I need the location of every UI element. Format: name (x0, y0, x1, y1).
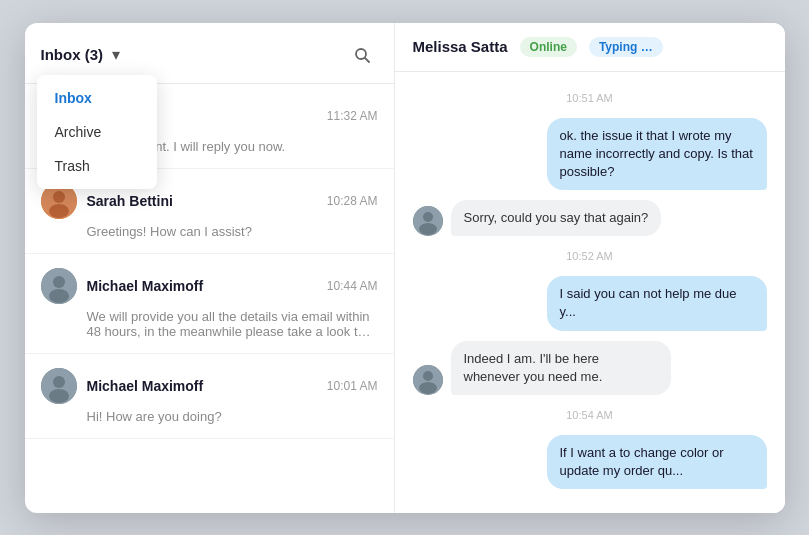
conv-time-sarah: 10:28 AM (327, 194, 378, 208)
conv-time-melissa: 11:32 AM (327, 109, 378, 123)
typing-badge: Typing … (589, 37, 663, 57)
inbox-selector[interactable]: Inbox (3) ▾ (41, 46, 124, 63)
svg-point-15 (423, 212, 433, 222)
contact-name: Melissa Satta (413, 38, 508, 55)
avatar-michael2 (41, 368, 77, 404)
avatar-face-michael2-icon (41, 368, 77, 404)
search-icon (354, 47, 370, 63)
svg-point-18 (423, 371, 433, 381)
inbox-title: Inbox (3) (41, 46, 104, 63)
left-panel: Inbox (3) ▾ Inbox Archive Trash (25, 23, 395, 513)
dropdown-item-inbox[interactable]: Inbox (37, 81, 157, 115)
avatar-michael1 (41, 268, 77, 304)
msg-bubble-agent1: Sorry, could you say that again? (451, 200, 662, 236)
app-window: Inbox (3) ▾ Inbox Archive Trash (25, 23, 785, 513)
conv-time-michael1: 10:44 AM (327, 279, 378, 293)
agent-avatar-face-icon (413, 206, 443, 236)
agent-avatar2-face-icon (413, 365, 443, 395)
conv-preview-michael1: We will provide you all the details via … (41, 309, 378, 339)
msg-bubble-agent2: Indeed I am. I'll be here whenever you n… (451, 341, 671, 395)
msg-time-1054: 10:54 AM (413, 409, 767, 421)
online-badge: Online (520, 37, 577, 57)
right-header: Melissa Satta Online Typing … (395, 23, 785, 72)
conv-name-michael2: Michael Maximoff (87, 378, 204, 394)
conv-time-michael2: 10:01 AM (327, 379, 378, 393)
conv-user-michael2: Michael Maximoff (41, 368, 204, 404)
agent-avatar-1 (413, 206, 443, 236)
conv-item-michael2[interactable]: Michael Maximoff 10:01 AM Hi! How are yo… (25, 354, 394, 439)
conv-preview-sarah: Greetings! How can I assist? (41, 224, 378, 239)
avatar-face-michael1-icon (41, 268, 77, 304)
svg-point-9 (53, 276, 65, 288)
svg-point-13 (49, 389, 69, 403)
svg-point-16 (419, 223, 437, 235)
msg-time-1051: 10:51 AM (413, 92, 767, 104)
conv-item-michael1[interactable]: Michael Maximoff 10:44 AM We will provid… (25, 254, 394, 354)
msg-time-1052: 10:52 AM (413, 250, 767, 262)
dropdown-item-archive[interactable]: Archive (37, 115, 157, 149)
svg-point-10 (49, 289, 69, 303)
conv-preview-michael2: Hi! How are you doing? (41, 409, 378, 424)
svg-point-7 (49, 204, 69, 218)
conv-name-michael1: Michael Maximoff (87, 278, 204, 294)
svg-point-6 (53, 191, 65, 203)
msg-bubble-user2: I said you can not help me due y... (547, 276, 767, 330)
conv-user-michael1: Michael Maximoff (41, 268, 204, 304)
svg-line-1 (365, 58, 369, 62)
left-header: Inbox (3) ▾ Inbox Archive Trash (25, 23, 394, 84)
svg-point-19 (419, 382, 437, 394)
msg-row-user1: ok. the issue it that I wrote my name in… (413, 118, 767, 191)
conv-name-sarah: Sarah Bettini (87, 193, 173, 209)
msg-row-user2: I said you can not help me due y... (413, 276, 767, 330)
msg-row-user3: If I want a to change color or update my… (413, 435, 767, 489)
chevron-down-icon: ▾ (109, 48, 123, 62)
dropdown-item-trash[interactable]: Trash (37, 149, 157, 183)
conv-item-header-michael2: Michael Maximoff 10:01 AM (41, 368, 378, 404)
msg-row-agent1: Sorry, could you say that again? (413, 200, 767, 236)
svg-point-12 (53, 376, 65, 388)
conv-item-header-michael1: Michael Maximoff 10:44 AM (41, 268, 378, 304)
search-button[interactable] (346, 39, 378, 71)
msg-bubble-user3: If I want a to change color or update my… (547, 435, 767, 489)
msg-row-agent2: Indeed I am. I'll be here whenever you n… (413, 341, 767, 395)
msg-bubble-user1: ok. the issue it that I wrote my name in… (547, 118, 767, 191)
right-panel: Melissa Satta Online Typing … 10:51 AM o… (395, 23, 785, 513)
chat-area: 10:51 AM ok. the issue it that I wrote m… (395, 72, 785, 513)
agent-avatar-2 (413, 365, 443, 395)
inbox-dropdown: Inbox Archive Trash (37, 75, 157, 189)
